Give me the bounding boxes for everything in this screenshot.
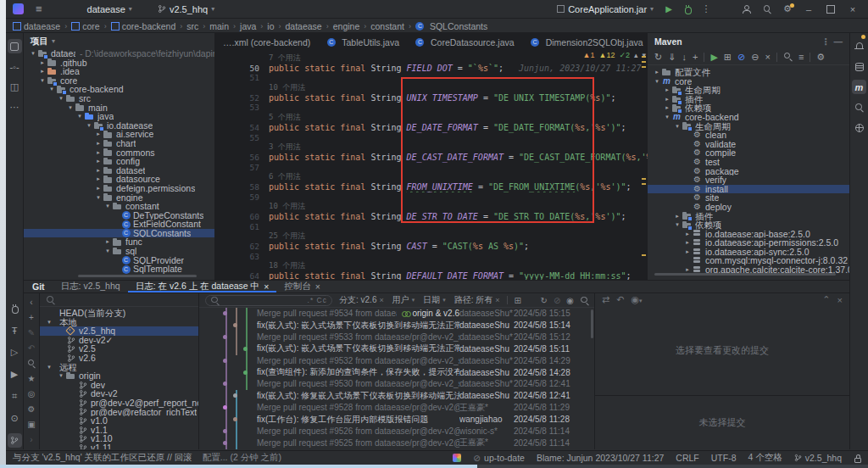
commit-row[interactable]: Merge pull request #9528 from dataease/p… [199,402,594,414]
log-filter-日期[interactable]: 日期▾ [423,294,446,306]
maven-download-all-icon[interactable]: ⇓ [668,52,676,63]
encoding-selector[interactable]: UTF-8 [711,453,737,463]
log-filter-分支[interactable]: 分支: v2.6× [339,294,384,306]
web-tool-icon[interactable] [852,120,866,135]
project-item-.github[interactable]: ▸.github [24,58,214,68]
next-issue-icon[interactable]: ▾ [642,51,646,59]
expand-arrow-icon[interactable]: ▸ [683,248,692,257]
project-item-sqltemplate[interactable]: SqlTemplate [24,265,214,274]
warning-orange-icon[interactable]: ▲1 [583,51,595,59]
branch-dev-v2[interactable]: dev-v2✓ [40,336,198,345]
project-item-func[interactable]: ▸func [24,237,214,247]
project-hscrollbar[interactable] [78,275,197,277]
expand-arrow-icon[interactable]: ▸ [94,130,103,139]
search-icon[interactable] [27,356,36,370]
breadcrumb-item-src[interactable]: src [186,21,198,31]
project-item-java[interactable]: ▾java [24,112,214,121]
expand-arrow-icon[interactable]: ▸ [94,139,103,148]
compare-icon[interactable]: ⇄ [602,294,609,305]
commit-row[interactable]: fix(嵌入式): 嵌入式场景下仪表板切换到移动端无法正常显示dataeaseS… [199,320,594,332]
debug-button[interactable] [678,2,697,17]
project-item-sql[interactable]: ▾sql [24,247,214,256]
editor-tab-tableutils-java[interactable]: TableUtils.java [319,33,408,51]
maven-skip-tests-icon[interactable]: ⊘ [737,52,745,63]
collapse-arrow-icon[interactable]: ▾ [45,318,53,327]
expand-arrow-icon[interactable]: ▸ [663,103,671,113]
intellisort-icon[interactable]: ⊘ [554,296,560,305]
maven-item-verify[interactable]: verify [648,176,849,185]
branch-v1.10[interactable]: v1.10 [40,434,198,443]
lock-icon[interactable] [854,454,861,462]
breadcrumb-item-core-backend[interactable]: core-backend [111,21,176,31]
project-item-extfieldconstant[interactable]: ExtFieldConstant [24,220,214,229]
project-item-chart[interactable]: ▸chart [24,139,214,148]
maven-run-icon[interactable]: ▶ [710,52,717,63]
maven-item-core-backend[interactable]: ▾core-backend [648,113,849,122]
expand-icon[interactable]: ⌃ [822,294,830,305]
blame-info[interactable]: Blame: Junjun 2023/10/27 11:27 [537,453,664,463]
maven-more-icon[interactable]: ⋮ [821,36,831,47]
more-actions-button[interactable]: ⋮ [697,2,715,17]
project-item-detypeconstants[interactable]: DeTypeConstants [24,211,214,220]
project-item-main[interactable]: ▾main [24,103,214,113]
branch-dev[interactable]: dev [40,381,198,390]
expand-arrow-icon[interactable]: ▸ [683,238,692,248]
project-item-dataease[interactable]: ▾dataease- D:\ideaworkspace\feizhiyun\da… [24,49,214,58]
git-tab[interactable]: 日志: 在 v2.6 上 在 dataease 中× [128,281,277,292]
branch-远程[interactable]: ▾远程 [40,363,198,372]
collapse-arrow-icon[interactable]: ▾ [75,112,84,121]
collapse-arrow-icon[interactable]: ▾ [663,113,671,122]
eye-icon[interactable]: ◉ [566,296,574,305]
search-everywhere-button[interactable] [758,2,776,17]
expand-arrow-icon[interactable]: ▸ [673,212,682,221]
project-item-core-backend[interactable]: ▾core-backend [24,85,214,94]
maven-hide-icon[interactable]: — [834,36,843,47]
breadcrumb-item-main[interactable]: main [209,21,229,31]
commit-row[interactable]: fix(嵌入式): 嵌入式场景下仪表板切换到移动端无法正常显示dataeaseS… [199,343,594,355]
maven-item-compile[interactable]: compile [648,148,849,158]
project-item-.idea[interactable]: ▸.idea [24,67,214,76]
maven-download-icon[interactable]: ↓ [682,52,687,62]
branch-v1.0[interactable]: v1.0 [40,416,198,426]
maven-execute-goal-icon[interactable] [783,52,793,63]
branch-v1.11[interactable]: v1.11 [40,443,198,449]
log-filter-用户[interactable]: 用户▾ [392,294,415,306]
close-icon[interactable]: × [495,296,499,304]
maven-item-io.dataease-api-sync-2.5.0[interactable]: ▸io.dataease:api-sync:2.5.0 [648,248,849,257]
preview-diff-icon[interactable]: ◉▾ [631,294,642,305]
project-item-src[interactable]: ▾src [24,94,214,103]
expand-arrow-icon[interactable]: ▸ [94,148,103,158]
project-item-datasource[interactable]: ▸datasource [24,175,214,184]
maven-mute-icon[interactable]: ⊖ [751,52,759,63]
editor-tab-coredatasource-java[interactable]: CoreDatasource.java [408,33,523,51]
collapse-arrow-icon[interactable]: ▾ [85,121,93,131]
git-tab[interactable]: 控制台× [276,281,328,292]
expand-arrow-icon[interactable]: ▸ [663,95,671,104]
maven-item-插件[interactable]: ▸插件 [648,95,849,104]
maven-item-生命周期[interactable]: ▾生命周期 [648,122,849,131]
usages-inlay-hint[interactable]: 10 个用法 [215,83,648,93]
breadcrumb-item-engine[interactable]: engine [333,21,360,31]
maven-profiles-icon[interactable]: ≡ [798,52,804,62]
add-icon[interactable]: + [29,310,34,324]
close-icon[interactable]: × [379,296,383,304]
branch-v1.1[interactable]: v1.1 [40,426,198,435]
git-tab[interactable]: 日志: v2.5_hhq [53,281,128,292]
breadcrumb-item-constant[interactable]: constant [370,21,404,31]
commit-row[interactable]: Merge pull request #9526 from dataease/p… [199,425,594,437]
open-new-tab-icon[interactable]: ⊞ [515,296,521,305]
settings-icon[interactable]: ⚙ [28,402,36,415]
find-tool-icon[interactable] [852,100,866,114]
breadcrumb-item-dataease[interactable]: dataease [13,21,60,31]
branch-v2.5-hhq[interactable]: v2.5_hhq [40,326,198,336]
usages-inlay-hint[interactable]: 10 个用法 [215,202,648,212]
project-item-constant[interactable]: ▾constant [24,202,214,211]
rollback-icon[interactable]: ↶ [616,294,624,305]
expand-arrow-icon[interactable]: ▸ [94,157,103,166]
maven-item-site[interactable]: site [648,193,849,203]
maven-stop-icon[interactable]: × [765,52,771,62]
editor-tab-dimension2sqlobj-java[interactable]: Dimension2SQLObj.java [523,33,648,51]
problems-tool-icon[interactable]: ⊙ [8,411,22,426]
branch-v2.6[interactable]: v2.6 [40,354,198,363]
maven-item-package[interactable]: package [648,167,849,176]
